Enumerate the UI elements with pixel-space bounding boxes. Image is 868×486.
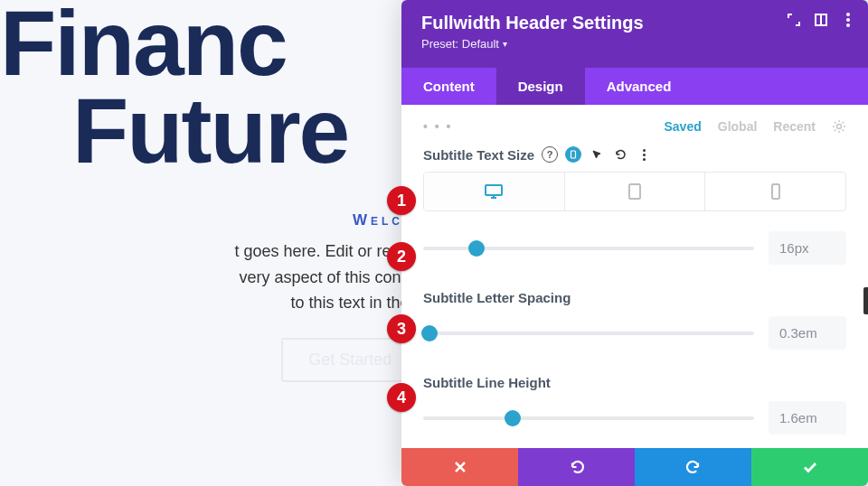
hover-icon[interactable] [589,146,605,163]
annotation-1: 1 [387,186,416,215]
device-tablet[interactable] [564,173,705,210]
tab-design[interactable]: Design [496,68,585,105]
svg-point-2 [837,125,842,129]
annotation-2: 2 [387,242,416,271]
redo-button[interactable] [635,448,751,486]
line-height-slider-row: 1.6em [423,401,846,435]
text-size-slider-row: 16px [423,231,846,265]
tab-advanced[interactable]: Advanced [585,68,693,105]
expand-icon[interactable] [787,13,801,27]
filter-recent[interactable]: Recent [773,119,816,134]
device-desktop[interactable] [424,173,564,210]
text-size-value[interactable]: 16px [769,231,846,265]
slider-thumb[interactable] [468,240,485,257]
letter-spacing-slider-row: 0.3em [423,316,846,350]
preset-filter-row: Saved Global Recent [665,119,847,134]
line-height-slider[interactable] [423,416,754,420]
tab-content[interactable]: Content [401,68,496,105]
body-top-row: • • • Saved Global Recent [423,119,846,134]
confirm-button[interactable] [751,448,868,486]
cancel-button[interactable] [401,448,518,486]
field-label-row: Subtitle Letter Spacing [423,290,846,305]
subtitle-text-size-label: Subtitle Text Size [423,147,534,163]
filter-global[interactable]: Global [718,119,758,134]
drag-handle-icon[interactable]: • • • [423,119,452,134]
annotation-4: 4 [387,383,416,412]
help-icon[interactable]: ? [542,146,558,163]
preset-dropdown[interactable]: Preset: Default [421,37,507,51]
text-size-slider[interactable] [423,247,754,250]
device-phone[interactable] [704,173,845,210]
field-label-row: Subtitle Text Size ? [423,146,846,163]
more-icon[interactable] [841,13,855,27]
annotation-3: 3 [387,314,416,343]
letter-spacing-value[interactable]: 0.3em [769,316,846,350]
subtitle-line-height-label: Subtitle Line Height [423,375,551,390]
panel-header: Fullwidth Header Settings Preset: Defaul… [401,0,868,68]
device-tabs [423,172,846,211]
panel-tabs: Content Design Advanced [401,68,868,105]
settings-panel: Fullwidth Header Settings Preset: Defaul… [401,0,868,486]
svg-rect-4 [486,185,502,195]
responsive-icon[interactable] [565,146,581,163]
scroll-indicator [863,287,868,314]
panel-body: • • • Saved Global Recent Subtitle Text … [401,105,868,448]
undo-button[interactable] [518,448,635,486]
filter-saved[interactable]: Saved [665,119,702,134]
field-more-icon[interactable] [636,146,652,163]
panel-header-icons [787,13,855,27]
svg-rect-3 [571,151,576,158]
gear-icon[interactable] [832,119,846,134]
line-height-value[interactable]: 1.6em [769,401,846,435]
svg-rect-5 [629,184,640,199]
panel-footer [401,448,868,486]
slider-thumb[interactable] [421,325,438,341]
letter-spacing-slider[interactable] [423,332,754,335]
slider-thumb[interactable] [505,410,521,426]
get-started-button[interactable]: Get Started [281,338,419,382]
column-icon[interactable] [814,13,828,27]
field-label-row: Subtitle Line Height [423,375,846,390]
svg-rect-6 [772,184,779,199]
reset-icon[interactable] [612,146,628,163]
subtitle-letter-spacing-label: Subtitle Letter Spacing [423,290,571,305]
panel-title: Fullwidth Header Settings [421,13,848,33]
